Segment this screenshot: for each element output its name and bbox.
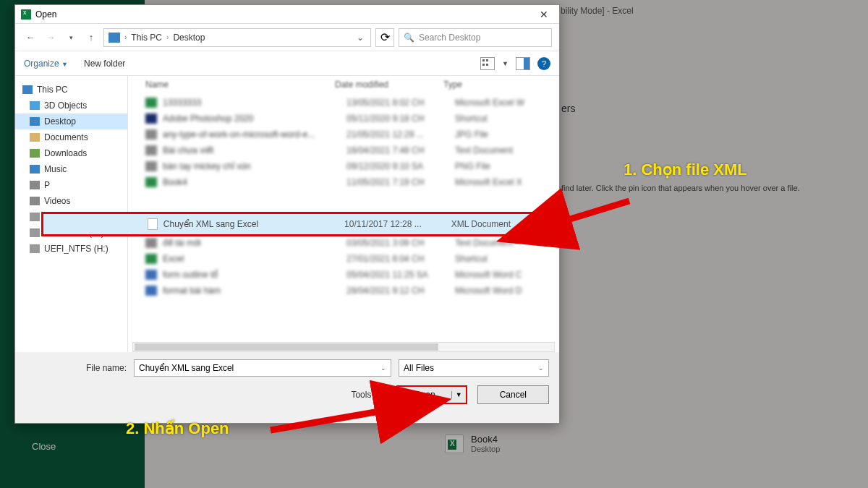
- tools-menu[interactable]: Tools ▼: [351, 390, 380, 400]
- tree-pictures[interactable]: P: [15, 177, 127, 193]
- search-input[interactable]: 🔍 Search Desktop: [399, 28, 552, 47]
- pc-icon: [22, 85, 33, 94]
- filename-input[interactable]: Chuyển XML sang Excel ⌄: [134, 359, 391, 377]
- new-folder-button[interactable]: New folder: [84, 59, 125, 69]
- arrow-step2: [266, 401, 411, 440]
- recent-file-book4[interactable]: Book4Desktop: [445, 434, 500, 453]
- dialog-title: Open: [35, 9, 56, 20]
- file-row[interactable]: Adobe Photoshop 202005/11/2020 9:18 CHSh…: [128, 111, 559, 127]
- file-list-header: Name Date modified Type: [128, 76, 559, 93]
- address-dropdown-icon[interactable]: ⌄: [354, 33, 366, 43]
- back-button[interactable]: ←: [22, 30, 38, 46]
- view-options-button[interactable]: [480, 57, 495, 70]
- file-row[interactable]: Book411/05/2021 7:19 CHMicrosoft Excel X: [128, 174, 559, 190]
- chevron-down-icon: ⌄: [380, 364, 386, 372]
- breadcrumb-pc[interactable]: This PC: [131, 33, 162, 43]
- folders-label-fragment: ers: [561, 103, 575, 114]
- open-file-dialog: Open ✕ ← → ▾ ↑ › This PC › Desktop ⌄ ⟳ 🔍…: [14, 4, 560, 424]
- breadcrumb-desktop[interactable]: Desktop: [173, 33, 205, 43]
- chevron-right-icon: ›: [166, 33, 169, 41]
- arrow-step1: [550, 197, 637, 236]
- filename-label: File name:: [25, 363, 127, 373]
- file-row[interactable]: Excel27/01/2021 6:04 CHShortcut: [128, 251, 559, 267]
- up-button[interactable]: ↑: [83, 30, 99, 46]
- file-rows: 1333333313/05/2021 8:02 CHMicrosoft Exce…: [128, 93, 559, 300]
- search-placeholder: Search Desktop: [419, 33, 480, 43]
- sidebar-item-close[interactable]: Close: [22, 432, 137, 461]
- app-title-fragment: bility Mode] - Excel: [561, 6, 634, 16]
- preview-pane-button[interactable]: [516, 57, 530, 70]
- download-icon: [30, 149, 40, 158]
- refresh-button[interactable]: ⟳: [375, 28, 394, 47]
- caret-down-icon: ▼: [374, 391, 380, 398]
- tree-music[interactable]: Music: [15, 161, 127, 177]
- annotation-step1: 1. Chọn file XML: [624, 160, 747, 179]
- open-dropdown[interactable]: ▼: [451, 391, 466, 398]
- search-icon: 🔍: [404, 33, 414, 43]
- svg-line-0: [558, 201, 629, 223]
- disk-icon: [30, 228, 40, 237]
- cube-icon: [30, 101, 40, 110]
- chevron-right-icon: ›: [124, 33, 127, 41]
- chevron-down-icon: ⌄: [538, 364, 544, 372]
- annotation-step2: 2. Nhấn Open: [126, 419, 229, 438]
- organize-menu[interactable]: Organize ▼: [24, 59, 68, 69]
- dialog-toolbar: Organize ▼ New folder ▼ ?: [15, 51, 559, 76]
- recent-hint: ers find later. Click the pin icon that …: [561, 184, 800, 192]
- file-row[interactable]: format bài hàm28/04/2021 9:12 CHMicrosof…: [128, 283, 559, 299]
- caret-down-icon: ▼: [61, 61, 68, 68]
- svg-line-1: [271, 410, 388, 430]
- dialog-navbar: ← → ▾ ↑ › This PC › Desktop ⌄ ⟳ 🔍 Search…: [15, 24, 559, 51]
- file-row[interactable]: 1333333313/05/2021 8:02 CHMicrosoft Exce…: [128, 95, 559, 111]
- music-icon: [30, 165, 40, 174]
- tree-3d-objects[interactable]: 3D Objects: [15, 98, 127, 114]
- file-row-selected[interactable]: Chuyển XML sang Excel 10/11/2017 12:28 .…: [41, 212, 556, 236]
- disk-icon: [30, 244, 40, 253]
- col-date[interactable]: Date modified: [335, 80, 443, 90]
- file-icon: [148, 218, 158, 230]
- file-row[interactable]: đề tài mới03/05/2021 3:09 CHText Documen…: [128, 235, 559, 251]
- help-button[interactable]: ?: [537, 57, 550, 70]
- cancel-button[interactable]: Cancel: [477, 385, 549, 404]
- file-row[interactable]: Bài chưa viết16/04/2021 7:48 CHText Docu…: [128, 142, 559, 158]
- address-bar[interactable]: › This PC › Desktop ⌄: [103, 28, 371, 47]
- pc-icon: [109, 33, 120, 43]
- picture-icon: [30, 181, 40, 189]
- view-dropdown-icon[interactable]: ▼: [502, 60, 509, 67]
- tree-desktop[interactable]: Desktop: [15, 114, 127, 129]
- file-row[interactable]: bàn tay mickey chỉ xón09/12/2020 9:10 SA…: [128, 158, 559, 174]
- tree-videos[interactable]: Videos: [15, 193, 127, 209]
- file-row[interactable]: any-type-of-work-on-microsoft-word-e...2…: [128, 127, 559, 142]
- col-type[interactable]: Type: [443, 80, 530, 90]
- horizontal-scrollbar[interactable]: [132, 342, 555, 352]
- tree-documents[interactable]: Documents: [15, 129, 127, 145]
- disk-icon: [30, 213, 40, 221]
- col-name[interactable]: Name: [145, 80, 335, 90]
- tree-uefi-ntfs[interactable]: UEFI_NTFS (H:): [15, 241, 127, 257]
- dialog-titlebar: Open ✕: [15, 5, 559, 24]
- video-icon: [30, 197, 40, 205]
- desktop-icon: [30, 117, 40, 126]
- excel-file-icon: [445, 435, 464, 453]
- file-type-filter[interactable]: All Files ⌄: [399, 359, 549, 377]
- scrollbar-thumb[interactable]: [135, 343, 438, 351]
- folder-icon: [30, 133, 40, 142]
- file-row[interactable]: form outline tổ05/04/2021 11:25 SAMicros…: [128, 267, 559, 283]
- file-list: Name Date modified Type 1333333313/05/20…: [128, 76, 559, 352]
- close-button[interactable]: ✕: [533, 7, 555, 22]
- tree-downloads[interactable]: Downloads: [15, 145, 127, 161]
- excel-icon: [21, 9, 31, 20]
- forward-button[interactable]: →: [43, 30, 59, 46]
- recent-locations-button[interactable]: ▾: [63, 30, 79, 46]
- tree-this-pc[interactable]: This PC: [15, 82, 127, 98]
